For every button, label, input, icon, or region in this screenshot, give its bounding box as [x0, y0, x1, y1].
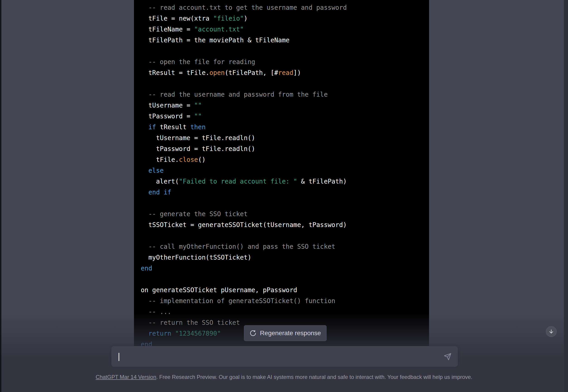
code-block-content: on startMovie -- read account.txt to get… [134, 0, 429, 350]
code-line: tFilePath = the moviePath & tFileName [141, 35, 429, 46]
window-left-edge [0, 0, 1, 392]
code-line: -- generate the SSO ticket [141, 209, 429, 220]
code-line [141, 46, 429, 56]
code-line: tFile.close() [141, 154, 429, 165]
regenerate-response-button[interactable]: Regenerate response [244, 325, 327, 341]
code-line: -- read account.txt to get the username … [141, 2, 429, 13]
code-line: on startMovie [141, 0, 429, 2]
code-line: tFile = new(xtra "fileio") [141, 13, 429, 24]
code-line: tSSOTicket = generateSSOTicket(tUsername… [141, 220, 429, 230]
code-line [141, 230, 429, 241]
code-line: end [141, 263, 429, 274]
regenerate-icon [249, 330, 256, 336]
code-line: -- open the file for reading [141, 56, 429, 68]
code-line: if tResult then [141, 122, 429, 133]
code-line: end if [141, 187, 429, 198]
code-line: tPassword = "" [141, 111, 429, 122]
code-line: -- implementation of generateSSOTicket()… [141, 295, 429, 307]
footer-disclaimer-text: . Free Research Preview. Our goal is to … [156, 374, 472, 380]
code-line [141, 274, 429, 285]
code-line: else [141, 165, 429, 176]
code-line [141, 78, 429, 89]
code-line: myOtherFunction(tSSOTicket) [141, 252, 429, 263]
chat-input[interactable] [111, 346, 458, 367]
regenerate-response-label: Regenerate response [260, 330, 321, 337]
scrollbar-track[interactable] [564, 0, 568, 392]
text-caret [119, 353, 119, 361]
code-line: alert("Failed to read account file: " & … [141, 176, 429, 187]
send-button[interactable] [443, 352, 452, 362]
code-line: tFileName = "account.txt" [141, 24, 429, 35]
send-icon [444, 353, 451, 361]
code-line: on generateSSOTicket pUsername, pPasswor… [141, 285, 429, 295]
code-line: tUsername = tFile.readln() [141, 133, 429, 143]
code-line: -- call myOtherFunction() and pass the S… [141, 241, 429, 252]
chatgpt-page: on startMovie -- read account.txt to get… [0, 0, 568, 392]
code-line: -- read the username and password from t… [141, 89, 429, 100]
code-line: tResult = tFile.open(tFilePath, [#read]) [141, 68, 429, 78]
arrow-down-icon [549, 329, 554, 334]
code-line [141, 198, 429, 209]
scroll-to-bottom-button[interactable] [546, 326, 557, 337]
footer-disclaimer: ChatGPT Mar 14 Version. Free Research Pr… [0, 374, 568, 380]
code-line: tUsername = "" [141, 100, 429, 111]
code-line: tPassword = tFile.readln() [141, 143, 429, 154]
footer-version-link[interactable]: ChatGPT Mar 14 Version [96, 374, 156, 380]
